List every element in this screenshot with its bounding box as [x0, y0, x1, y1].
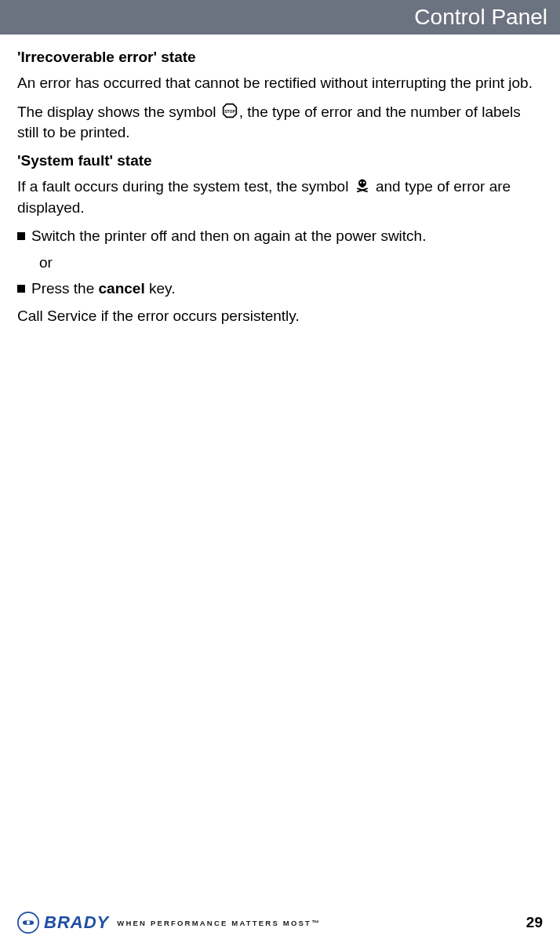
- para-irrecoverable-1: An error has occurred that cannot be rec…: [17, 74, 543, 93]
- svg-point-3: [359, 182, 361, 184]
- footer-tagline: WHEN PERFORMANCE MATTERS MOST™: [117, 919, 321, 927]
- square-bullet-icon: [17, 285, 25, 293]
- or-text: or: [39, 254, 543, 271]
- text-fragment: key.: [145, 280, 176, 297]
- brady-brand-text: BRADY: [44, 912, 109, 933]
- bullet-item-2: Press the cancel key.: [17, 279, 543, 299]
- para-systemfault-2: Call Service if the error occurs persist…: [17, 307, 543, 326]
- para-irrecoverable-2: The display shows the symbol STOP , the …: [17, 103, 543, 143]
- text-fragment: The display shows the symbol: [17, 104, 220, 120]
- square-bullet-icon: [17, 232, 25, 240]
- bullet-item-1: Switch the printer off and then on again…: [17, 227, 543, 246]
- brady-roundel-icon: [17, 912, 39, 934]
- skull-crossbones-icon: [355, 177, 370, 198]
- footer-left: BRADY WHEN PERFORMANCE MATTERS MOST™: [17, 912, 321, 934]
- para-systemfault-1: If a fault occurs during the system test…: [17, 177, 543, 217]
- text-fragment: Press the: [31, 280, 99, 297]
- header-title: Control Panel: [414, 5, 547, 29]
- page-content: 'Irrecoverable error' state An error has…: [0, 35, 560, 326]
- stop-sign-icon: STOP: [222, 103, 238, 124]
- page-header: Control Panel: [0, 0, 560, 35]
- bullet-text: Press the cancel key.: [31, 279, 175, 299]
- svg-text:STOP: STOP: [224, 108, 235, 113]
- page-footer: BRADY WHEN PERFORMANCE MATTERS MOST™ 29: [0, 912, 560, 934]
- section-heading-systemfault: 'System fault' state: [17, 152, 543, 169]
- brady-logo: BRADY: [17, 912, 109, 934]
- svg-point-4: [363, 182, 365, 184]
- bold-text: cancel: [99, 280, 145, 297]
- bullet-text: Switch the printer off and then on again…: [31, 227, 426, 246]
- text-fragment: If a fault occurs during the system test…: [17, 178, 353, 195]
- svg-rect-5: [361, 186, 363, 188]
- section-heading-irrecoverable: 'Irrecoverable error' state: [17, 49, 543, 66]
- svg-point-10: [27, 921, 30, 924]
- page-number: 29: [526, 914, 543, 931]
